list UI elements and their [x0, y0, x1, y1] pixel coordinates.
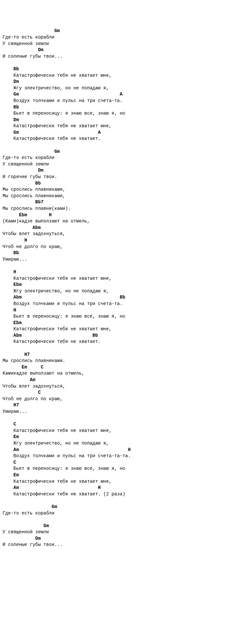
chord: A	[120, 92, 122, 97]
song-line: C	[3, 390, 224, 396]
song-line: Bb	[3, 250, 224, 256]
song-line: Em	[3, 472, 224, 479]
song-line: Gm	[3, 28, 224, 34]
song-line: У священной земли	[3, 41, 224, 47]
song-line: (Ками)кадзе выползают на отмель,	[3, 218, 224, 225]
chord: C	[14, 460, 16, 465]
song-line: Abm	[3, 225, 224, 231]
chord: Ebm	[14, 282, 22, 287]
song-line	[3, 345, 224, 352]
song-line: Где-то есть корабли	[3, 34, 224, 41]
chord: H7	[24, 352, 30, 357]
song-line: Бьет в переносицу: я знаю все, знаю я, н…	[3, 110, 224, 117]
chord: Gm	[14, 92, 19, 97]
song-content: GmГде-то есть кораблиУ священной земли D…	[3, 28, 224, 548]
song-line: H	[3, 307, 224, 314]
chord: Bb	[35, 181, 41, 186]
song-line: Жгу электричество, но не попадаю я,	[3, 440, 224, 447]
song-line: H	[3, 237, 224, 244]
chord: Abm	[32, 225, 41, 230]
song-line: Am	[3, 377, 224, 383]
song-line: Камикадзе выползают на отмель,	[3, 370, 224, 377]
song-line: H7	[3, 352, 224, 358]
song-line: Катастрофически тебя не хватает мне,	[3, 73, 224, 79]
song-line: Bb7	[3, 199, 224, 206]
song-line: Am H	[3, 447, 224, 453]
song-line: Воздух толчками и пульс на три счета-та.	[3, 301, 224, 307]
song-line: Жгу электричество, но не попадаю я,	[3, 288, 224, 295]
song-line: Где-то есть корабли	[3, 155, 224, 161]
song-line: Мы срослись плавни(ками).	[3, 206, 224, 212]
chord: Gm	[14, 130, 19, 135]
song-line: Воздух толчками и пульс на три счета-та-…	[3, 453, 224, 459]
song-line: Bb	[3, 66, 224, 73]
chord: Ebm	[14, 320, 22, 325]
chord: Bb7	[35, 199, 43, 205]
song-line: Катастрофически тебя не хватает. (2 раза…	[3, 491, 224, 498]
chord: H	[24, 238, 27, 243]
song-line: И соленые губы твои...	[3, 53, 224, 60]
chord: Dm	[38, 47, 43, 52]
chord: Abm	[14, 333, 22, 338]
song-line: Gm A	[3, 91, 224, 98]
song-line: Чтоб не долго по краю,	[3, 244, 224, 250]
chord: A	[98, 130, 101, 135]
chord: Am	[14, 447, 19, 452]
song-line	[3, 263, 224, 269]
song-line: Чтобы влет задохнуться,	[3, 231, 224, 237]
song-line: Где-то есть корабли	[3, 510, 224, 517]
song-line: Dm	[3, 117, 224, 123]
chord: Gm	[52, 504, 57, 509]
song-line: Чтобы влет задохнуться,	[3, 383, 224, 390]
chord: C	[41, 365, 43, 370]
song-line: Воздух толчками и пульс на три счета-та.	[3, 98, 224, 104]
chord: Am	[14, 485, 19, 490]
song-line: Жгу электричество, но не попадаю я,	[3, 85, 224, 92]
chord: Bb	[120, 295, 125, 300]
song-line: Катастрофически тебя не хватает мне,	[3, 479, 224, 485]
chord: Bb	[92, 333, 98, 338]
song-line: Gm	[3, 149, 224, 155]
song-line: Ebm H	[3, 212, 224, 219]
chord: Em	[14, 472, 19, 478]
song-line: У священной земли	[3, 161, 224, 168]
song-line: Катастрофически тебя не хватает.	[3, 339, 224, 345]
chord: Bb	[14, 66, 19, 72]
song-line: И соленые губы твои...	[3, 542, 224, 548]
song-line: Am H	[3, 485, 224, 491]
song-line	[3, 497, 224, 504]
chord: Gm	[43, 523, 49, 528]
chord: H	[49, 212, 52, 218]
chord: Ebm	[19, 212, 27, 218]
song-line: Bb	[3, 180, 224, 187]
chord: H	[128, 447, 130, 452]
chord: Dm	[38, 168, 43, 173]
song-line: Ebm	[3, 282, 224, 288]
song-line: У священной земли	[3, 529, 224, 536]
chord: H	[14, 269, 16, 275]
song-line: Мы срослись плавниками,	[3, 186, 224, 193]
song-line: Катастрофически тебя не хватает мне,	[3, 123, 224, 130]
song-line: C	[3, 459, 224, 466]
chord: Gm	[54, 149, 60, 154]
song-line: И горячие губы твои.	[3, 174, 224, 180]
song-line: Катастрофически тебя не хватает.	[3, 136, 224, 142]
song-line: Gm	[3, 504, 224, 510]
song-line: Катастрофически тебя не хватает мне,	[3, 428, 224, 434]
chord: Dm	[14, 117, 19, 122]
song-line: Мы срослись плавниками.	[3, 358, 224, 364]
song-line: H7	[3, 402, 224, 409]
song-line: Бьет в переносицу: я знаю все, знаю я, н…	[3, 466, 224, 472]
song-line: Gm	[3, 523, 224, 529]
song-line: Катастрофически тебя не хватает мне,	[3, 326, 224, 333]
song-line: Em C	[3, 364, 224, 371]
chord: Em	[22, 365, 27, 370]
song-line: Dm	[3, 167, 224, 174]
song-line: Ebm	[3, 320, 224, 326]
song-line: Abm Bb	[3, 294, 224, 301]
song-line: Катастрофически тебя не хватает мне,	[3, 276, 224, 282]
song-line: Dm	[3, 79, 224, 85]
chord: C	[14, 422, 16, 427]
chord: C	[38, 390, 41, 395]
song-line: H	[3, 269, 224, 276]
